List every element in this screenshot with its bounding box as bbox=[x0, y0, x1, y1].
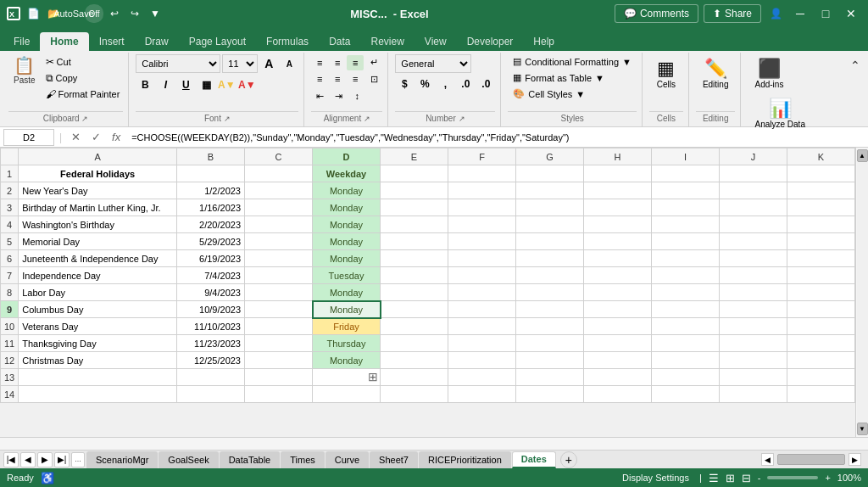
cell-b9[interactable]: 10/9/2023 bbox=[177, 301, 245, 318]
add-sheet-btn[interactable]: + bbox=[560, 451, 577, 468]
cell-a6[interactable]: Juneteenth & Independence Day bbox=[19, 250, 177, 267]
cell-g8[interactable] bbox=[516, 284, 584, 301]
cell-f8[interactable] bbox=[448, 284, 516, 301]
cell-k10[interactable] bbox=[787, 318, 855, 335]
cell-k5[interactable] bbox=[787, 233, 855, 250]
cell-j1[interactable] bbox=[720, 165, 787, 182]
indent-increase-btn[interactable]: ⇥ bbox=[330, 88, 347, 104]
col-header-k[interactable]: K bbox=[787, 148, 855, 165]
cell-c5[interactable] bbox=[245, 233, 313, 250]
align-top-center-btn[interactable]: ≡ bbox=[329, 55, 346, 70]
cell-j11[interactable] bbox=[720, 335, 787, 352]
cell-d8[interactable]: Monday bbox=[313, 284, 381, 301]
cell-f6[interactable] bbox=[448, 250, 516, 267]
tab-formulas[interactable]: Formulas bbox=[256, 32, 319, 51]
cell-styles-btn[interactable]: 🎨 Cell Styles ▼ bbox=[508, 87, 590, 101]
cell-h4[interactable] bbox=[584, 216, 652, 233]
cell-g4[interactable] bbox=[516, 216, 584, 233]
cell-k3[interactable] bbox=[787, 199, 855, 216]
cell-h6[interactable] bbox=[584, 250, 652, 267]
row-num-6[interactable]: 6 bbox=[1, 250, 19, 267]
maximize-btn[interactable]: □ bbox=[815, 5, 836, 22]
row-num-8[interactable]: 8 bbox=[1, 284, 19, 301]
cell-b3[interactable]: 1/16/2023 bbox=[177, 199, 245, 216]
cell-e12[interactable] bbox=[381, 352, 448, 369]
formula-input[interactable] bbox=[128, 129, 865, 146]
tab-review[interactable]: Review bbox=[360, 32, 414, 51]
collapse-ribbon-btn[interactable]: ⌃ bbox=[846, 56, 865, 75]
cell-h8[interactable] bbox=[584, 284, 652, 301]
cancel-formula-btn[interactable]: ✕ bbox=[67, 129, 84, 146]
cell-j14[interactable] bbox=[720, 386, 787, 403]
number-format-select[interactable]: General Number Currency Date bbox=[395, 54, 471, 73]
new-btn[interactable]: 📄 bbox=[24, 4, 42, 23]
text-direction-btn[interactable]: ↕ bbox=[348, 88, 365, 104]
cell-j10[interactable] bbox=[720, 318, 787, 335]
scroll-up-btn[interactable]: ▲ bbox=[857, 149, 868, 162]
row-num-14[interactable]: 14 bbox=[1, 386, 19, 403]
cell-f5[interactable] bbox=[448, 233, 516, 250]
increase-decimal-btn[interactable]: .0 bbox=[456, 75, 475, 93]
cell-c2[interactable] bbox=[245, 182, 313, 199]
row-num-9[interactable]: 9 bbox=[1, 301, 19, 318]
cell-f7[interactable] bbox=[448, 267, 516, 284]
paste-options-icon[interactable]: ⊞ bbox=[368, 370, 378, 383]
cell-h9[interactable] bbox=[584, 301, 652, 318]
cell-k4[interactable] bbox=[787, 216, 855, 233]
undo-btn[interactable]: ↩ bbox=[105, 4, 124, 23]
comma-btn[interactable]: , bbox=[436, 75, 454, 93]
cell-k1[interactable] bbox=[787, 165, 855, 182]
view-normal-btn[interactable]: ☰ bbox=[709, 472, 719, 484]
cell-g12[interactable] bbox=[516, 352, 584, 369]
row-num-13[interactable]: 13 bbox=[1, 369, 19, 386]
tab-page-layout[interactable]: Page Layout bbox=[179, 32, 256, 51]
cell-e5[interactable] bbox=[381, 233, 448, 250]
cell-e1[interactable] bbox=[381, 165, 448, 182]
cell-b13[interactable] bbox=[177, 369, 245, 386]
cell-a9[interactable]: Columbus Day bbox=[19, 301, 177, 318]
cell-f9[interactable] bbox=[448, 301, 516, 318]
shrink-font-btn[interactable]: A bbox=[280, 54, 298, 73]
cell-c7[interactable] bbox=[245, 267, 313, 284]
cell-j6[interactable] bbox=[720, 250, 787, 267]
cell-j9[interactable] bbox=[720, 301, 787, 318]
row-num-3[interactable]: 3 bbox=[1, 199, 19, 216]
view-pagebreak-btn[interactable]: ⊟ bbox=[742, 472, 751, 484]
cell-a8[interactable]: Labor Day bbox=[19, 284, 177, 301]
indent-decrease-btn[interactable]: ⇤ bbox=[311, 88, 328, 104]
cell-d10[interactable]: Friday bbox=[313, 318, 381, 335]
vertical-scrollbar[interactable]: ▲ ▼ bbox=[855, 148, 868, 437]
cell-i5[interactable] bbox=[652, 233, 720, 250]
tab-draw[interactable]: Draw bbox=[135, 32, 179, 51]
cell-j2[interactable] bbox=[720, 182, 787, 199]
scroll-sheets-right[interactable]: ▶ bbox=[849, 453, 861, 466]
autosave-toggle[interactable]: Off bbox=[85, 4, 103, 23]
row-num-11[interactable]: 11 bbox=[1, 335, 19, 352]
col-header-d[interactable]: D bbox=[313, 148, 381, 165]
cell-f12[interactable] bbox=[448, 352, 516, 369]
cell-a10[interactable]: Veterans Day bbox=[19, 318, 177, 335]
cell-d3[interactable]: Monday bbox=[313, 199, 381, 216]
cell-d7[interactable]: Tuesday bbox=[313, 267, 381, 284]
align-mid-right-btn[interactable]: ≡ bbox=[347, 71, 364, 87]
addins-btn[interactable]: ⬛ Add-ins bbox=[748, 54, 790, 92]
merge-btn[interactable]: ⊡ bbox=[365, 71, 382, 87]
cell-a7[interactable]: Independence Day bbox=[19, 267, 177, 284]
grow-font-btn[interactable]: A bbox=[259, 54, 278, 73]
row-num-4[interactable]: 4 bbox=[1, 216, 19, 233]
cell-f1[interactable] bbox=[448, 165, 516, 182]
sheet-nav-first[interactable]: |◀ bbox=[3, 452, 19, 467]
tab-data[interactable]: Data bbox=[319, 32, 360, 51]
cell-c10[interactable] bbox=[245, 318, 313, 335]
sheet-tab-curve[interactable]: Curve bbox=[326, 451, 369, 468]
cell-i10[interactable] bbox=[652, 318, 720, 335]
align-mid-left-btn[interactable]: ≡ bbox=[311, 71, 328, 87]
align-top-left-btn[interactable]: ≡ bbox=[311, 55, 328, 70]
cell-i1[interactable] bbox=[652, 165, 720, 182]
cell-i12[interactable] bbox=[652, 352, 720, 369]
share-button[interactable]: ⬆ Share bbox=[704, 4, 761, 23]
cell-c1[interactable] bbox=[245, 165, 313, 182]
hscroll-thumb[interactable] bbox=[777, 454, 845, 465]
cell-b5[interactable]: 5/29/2023 bbox=[177, 233, 245, 250]
font-color-btn[interactable]: A▼ bbox=[237, 76, 256, 94]
